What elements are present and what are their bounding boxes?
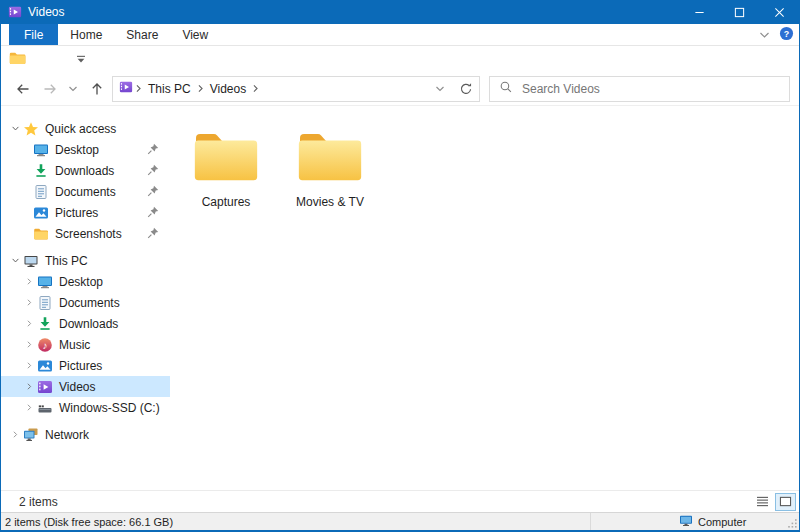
sidebar-item-network[interactable]: Network — [1, 424, 170, 445]
documents-icon — [37, 295, 53, 311]
pin-icon[interactable] — [147, 227, 159, 242]
pin-icon[interactable] — [147, 206, 159, 221]
address-bar[interactable]: This PC Videos — [112, 76, 480, 102]
qat-customize-icon[interactable] — [76, 55, 86, 64]
chevron-right-icon[interactable] — [23, 361, 35, 370]
drive-icon — [37, 400, 53, 416]
window-title: Videos — [28, 5, 679, 19]
tab-file[interactable]: File — [9, 24, 58, 45]
forward-button[interactable] — [36, 75, 63, 103]
quick-access-toolbar — [1, 46, 799, 72]
pictures-icon — [33, 205, 49, 221]
pin-icon[interactable] — [147, 185, 159, 200]
minimize-button[interactable] — [679, 0, 719, 24]
svg-text:?: ? — [784, 28, 789, 38]
sidebar-item-desktop-pc[interactable]: Desktop — [1, 271, 170, 292]
chevron-down-icon[interactable] — [9, 256, 21, 265]
sidebar-item-pictures-qa[interactable]: Pictures — [1, 202, 170, 223]
folder-name: Movies & TV — [296, 195, 364, 209]
folder-icon[interactable] — [9, 51, 26, 68]
recent-locations-icon[interactable] — [63, 75, 83, 103]
resize-grip[interactable] — [787, 518, 798, 529]
status-bar: 2 items — [1, 490, 799, 512]
chevron-right-icon[interactable] — [23, 277, 35, 286]
pictures-icon — [37, 358, 53, 374]
pin-icon[interactable] — [147, 143, 159, 158]
disk-free-space-status: 2 items (Disk free space: 66.1 GB) — [1, 516, 590, 528]
search-box[interactable] — [489, 76, 790, 102]
folder-icon — [33, 226, 49, 242]
location-videos-icon — [119, 80, 133, 97]
sidebar-item-music[interactable]: ♪ Music — [1, 334, 170, 355]
desktop-icon — [37, 274, 53, 290]
sidebar-item-windows-ssd[interactable]: Windows-SSD (C:) — [1, 397, 170, 418]
tab-share[interactable]: Share — [114, 24, 170, 45]
item-count: 2 items — [19, 495, 58, 509]
music-icon: ♪ — [37, 337, 53, 353]
breadcrumb-this-pc[interactable]: This PC — [144, 82, 195, 96]
sidebar-item-documents-qa[interactable]: Documents — [1, 181, 170, 202]
tab-home[interactable]: Home — [58, 24, 114, 45]
folder-tile-movies-tv[interactable]: Movies & TV — [282, 126, 378, 209]
videos-app-icon[interactable] — [8, 5, 22, 19]
svg-text:♪: ♪ — [43, 339, 48, 350]
sidebar-item-downloads-qa[interactable]: Downloads — [1, 160, 170, 181]
details-view-button[interactable] — [752, 493, 773, 511]
navigation-pane: Quick access Desktop Downloads Documents — [1, 106, 170, 490]
chevron-right-icon[interactable] — [23, 340, 35, 349]
close-button[interactable] — [759, 0, 799, 24]
expand-ribbon-icon[interactable] — [759, 28, 770, 42]
address-dropdown-icon[interactable] — [427, 77, 453, 101]
sidebar-item-documents-pc[interactable]: Documents — [1, 292, 170, 313]
sidebar-item-downloads-pc[interactable]: Downloads — [1, 313, 170, 334]
sidebar-item-screenshots-qa[interactable]: Screenshots — [1, 223, 170, 244]
computer-icon — [679, 515, 693, 529]
sidebar-item-videos[interactable]: Videos — [1, 376, 170, 397]
chevron-right-icon[interactable] — [23, 319, 35, 328]
file-explorer-window: Videos File Home Share View ? — [0, 0, 800, 532]
help-icon[interactable]: ? — [779, 26, 794, 44]
chevron-right-icon[interactable] — [23, 403, 35, 412]
refresh-icon[interactable] — [453, 77, 479, 101]
ribbon-tab-bar: File Home Share View ? — [1, 24, 799, 46]
folder-tile-captures[interactable]: Captures — [178, 126, 274, 209]
tab-view[interactable]: View — [170, 24, 220, 45]
videos-icon — [37, 379, 53, 395]
breadcrumb-chevron-icon[interactable] — [133, 84, 144, 93]
sidebar-item-pictures-pc[interactable]: Pictures — [1, 355, 170, 376]
navigation-bar: This PC Videos — [1, 72, 799, 106]
folder-icon — [293, 126, 367, 189]
folder-icon — [189, 126, 263, 189]
chevron-right-icon[interactable] — [23, 298, 35, 307]
chevron-down-icon[interactable] — [9, 124, 21, 133]
computer-label: Computer — [698, 516, 746, 528]
search-input[interactable] — [520, 81, 789, 97]
large-icons-view-button[interactable] — [775, 493, 796, 511]
titlebar: Videos — [1, 0, 799, 24]
desktop-icon — [33, 142, 49, 158]
sidebar-item-quick-access[interactable]: Quick access — [1, 118, 170, 139]
network-icon — [23, 427, 39, 443]
pin-icon[interactable] — [147, 164, 159, 179]
chevron-right-icon[interactable] — [23, 382, 35, 391]
back-button[interactable] — [9, 75, 36, 103]
footer-status-strip: 2 items (Disk free space: 66.1 GB) Compu… — [1, 512, 799, 530]
breadcrumb-chevron-icon[interactable] — [250, 84, 261, 93]
computer-status-cell: Computer — [590, 513, 799, 530]
documents-icon — [33, 184, 49, 200]
search-icon — [499, 80, 513, 97]
star-icon — [23, 121, 39, 137]
maximize-button[interactable] — [719, 0, 759, 24]
downloads-icon — [37, 316, 53, 332]
chevron-right-icon[interactable] — [9, 430, 21, 439]
sidebar-item-this-pc[interactable]: This PC — [1, 250, 170, 271]
folder-name: Captures — [202, 195, 251, 209]
breadcrumb-videos[interactable]: Videos — [206, 82, 250, 96]
this-pc-icon — [23, 253, 39, 269]
downloads-icon — [33, 163, 49, 179]
file-list[interactable]: Captures Movies & TV — [170, 106, 799, 490]
breadcrumb-chevron-icon[interactable] — [195, 84, 206, 93]
sidebar-item-desktop-qa[interactable]: Desktop — [1, 139, 170, 160]
up-button[interactable] — [83, 75, 110, 103]
